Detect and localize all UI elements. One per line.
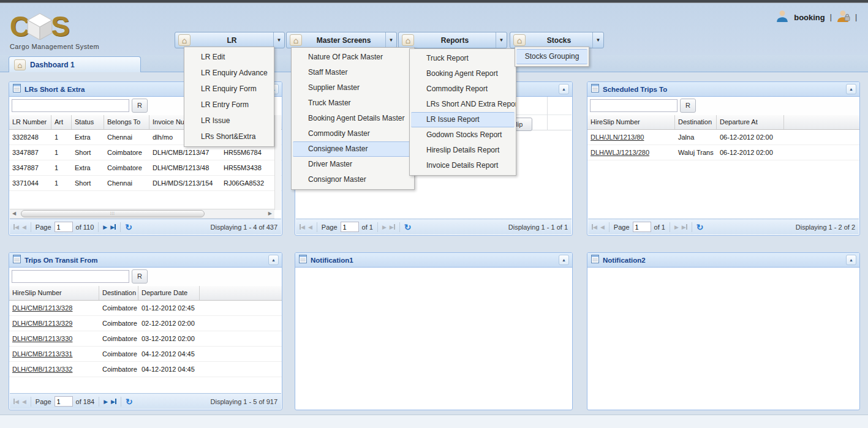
search-input[interactable] [590,99,677,112]
prev-page-button[interactable]: ◀ [600,224,605,230]
page-number-input[interactable] [55,396,73,407]
logout-lock-icon[interactable] [837,9,850,25]
column-header[interactable]: Destination [99,286,138,300]
search-input[interactable] [12,99,129,112]
menu-item-lrs-short-and-extra-report[interactable]: LRs Short AND Extra Report [410,97,516,112]
refresh-icon[interactable]: ↻ [125,223,132,231]
chevron-down-icon[interactable]: ▼ [496,32,507,48]
menu-item-commodity-master[interactable]: Commodity Master [292,126,414,141]
column-header[interactable]: Belongs To [104,115,149,129]
first-page-button[interactable]: ◀ [13,224,19,230]
menu-item-driver-master[interactable]: Driver Master [292,157,414,172]
table-row[interactable]: 3347887 1 Short Coimbatore DLH/CMB/1213/… [9,145,282,160]
hireslip-link[interactable]: DLH/CMB/1213/328 [9,301,99,315]
menu-item-lrs-short-extra[interactable]: LRs Short&Extra [184,129,274,145]
horizontal-scrollbar[interactable]: ◀ ▶ [10,209,274,219]
scroll-left-icon[interactable]: ◀ [12,211,16,216]
menu-item-lr-enquiry-advance[interactable]: LR Enquiry Advance [184,65,274,81]
column-header[interactable]: LR Number [9,115,51,129]
menu-item-invoice-details-report[interactable]: Invoice Details Report [410,158,516,173]
column-header[interactable]: HireSlip Number [587,115,675,129]
table-row[interactable]: DLH/CMB/1213/329 Coimbatore 02-12-2012 0… [9,316,282,331]
menu-button-stocks[interactable]: ⌂ Stocks ▼ [510,32,604,48]
menu-item-stocks-grouping[interactable]: Stocks Grouping [516,49,587,64]
column-header[interactable]: Destination [675,115,717,129]
reset-button[interactable]: R [132,269,148,283]
prev-page-button[interactable]: ◀ [308,224,312,230]
collapse-button[interactable]: ▲ [846,84,856,94]
refresh-icon[interactable]: ↻ [404,223,412,231]
collapse-button[interactable]: ▲ [559,255,569,265]
refresh-icon[interactable]: ↻ [696,223,704,231]
chevron-down-icon[interactable]: ▼ [273,32,284,48]
next-page-button[interactable]: ▶ [382,224,387,230]
menu-item-hireslip-details-report[interactable]: Hireslip Details Report [410,143,516,158]
column-header[interactable]: Departure At [717,115,784,129]
prev-page-button[interactable]: ◀ [22,399,26,405]
menu-item-booking-agent-details-master[interactable]: Booking Agent Details Master [292,111,414,126]
search-input[interactable] [12,270,129,283]
scroll-right-icon[interactable]: ▶ [268,211,272,216]
collapse-button[interactable]: ▲ [846,255,856,265]
table-row[interactable]: 3347887 1 Extra Coimbatore DLH/CMB/1213/… [9,160,282,176]
column-header[interactable]: HireSlip Number [9,286,99,300]
menu-item-nature-of-pack-master[interactable]: Nature Of Pack Master [292,50,414,65]
hireslip-link[interactable]: DLH/WLJ/1213/280 [587,145,675,160]
hireslip-link[interactable]: DLH/CMB/1213/330 [9,331,99,346]
next-page-button[interactable]: ▶ [103,224,107,230]
hireslip-link[interactable]: DLH/CMB/1213/331 [9,347,99,361]
reset-button[interactable]: R [680,99,696,113]
prev-page-button[interactable]: ◀ [22,224,26,230]
menu-button-master-screens[interactable]: ⌂ Master Screens ▼ [286,32,397,48]
last-page-button[interactable]: ▶ [682,224,687,230]
next-page-button[interactable]: ▶ [674,224,679,230]
menu-item-lr-issue[interactable]: LR Issue [184,113,274,129]
column-header[interactable]: Art [51,115,72,129]
menu-item-truck-master[interactable]: Truck Master [292,96,414,111]
column-header[interactable]: Departure Date [138,286,200,300]
menu-item-lr-edit[interactable]: LR Edit [184,49,274,65]
table-row[interactable]: DLH/WLJ/1213/280 Waluj Trans 06-12-2012 … [587,145,859,160]
page-number-input[interactable] [55,222,73,232]
menu-item-lr-issue-report[interactable]: LR Issue Report [411,112,515,127]
next-page-button[interactable]: ▶ [104,399,108,405]
vertical-scrollbar[interactable] [274,115,281,210]
menu-item-booking-agent-report[interactable]: Booking Agent Report [410,66,516,81]
collapse-button[interactable]: ▲ [559,84,569,94]
last-page-button[interactable]: ▶ [111,399,116,405]
hireslip-link[interactable]: DLH/CMB/1213/332 [9,362,99,377]
menu-item-godown-stocks-report[interactable]: Godown Stocks Report [410,127,516,143]
hireslip-link[interactable]: DLH/CMB/1213/329 [9,316,99,331]
tab-dashboard-1[interactable]: ⌂ Dashboard 1 [9,56,141,72]
menu-item-consignee-master[interactable]: Consignee Master [293,141,413,157]
menu-button-reports[interactable]: ⌂ Reports ▼ [398,32,507,48]
collapse-button[interactable]: ▲ [268,255,279,265]
reset-button[interactable]: R [132,99,148,113]
table-row[interactable]: DLH/CMB/1213/332 Coimbatore 04-12-2012 0… [9,362,282,377]
hireslip-link[interactable]: DLH/JLN/1213/80 [587,130,675,145]
last-page-button[interactable]: ▶ [390,224,395,230]
refresh-icon[interactable]: ↻ [126,397,133,406]
chevron-down-icon[interactable]: ▼ [385,32,396,48]
scrollbar-thumb[interactable] [21,210,205,217]
menu-item-lr-enquiry-form[interactable]: LR Enquiry Form [184,81,274,97]
table-row[interactable]: 3371044 1 Short Chennai DLH/MDS/1213/154… [9,176,282,191]
menu-item-truck-report[interactable]: Truck Report [410,51,516,66]
table-row[interactable]: DLH/CMB/1213/328 Coimbatore 01-12-2012 0… [9,301,282,316]
last-page-button[interactable]: ▶ [110,224,116,230]
first-page-button[interactable]: ◀ [13,399,19,405]
menu-item-consignor-master[interactable]: Consignor Master [292,172,414,187]
menu-button-lr[interactable]: ⌂ LR ▼ [175,32,285,48]
table-row[interactable]: DLH/CMB/1213/331 Coimbatore 04-12-2012 0… [9,347,282,362]
first-page-button[interactable]: ◀ [300,224,305,230]
table-row[interactable]: DLH/CMB/1213/330 Coimbatore 03-12-2012 0… [9,331,282,347]
menu-item-commodity-report[interactable]: Commodity Report [410,81,516,97]
chevron-down-icon[interactable]: ▼ [592,32,603,48]
menu-item-supplier-master[interactable]: Supplier Master [292,80,414,96]
first-page-button[interactable]: ◀ [592,224,597,230]
menu-item-lr-entry-form[interactable]: LR Entry Form [184,97,274,113]
page-number-input[interactable] [633,222,651,232]
column-header[interactable]: Status [72,115,104,129]
user-icon[interactable] [776,9,789,25]
table-row[interactable]: DLH/JLN/1213/80 Jalna 06-12-2012 02:00 [587,130,859,145]
